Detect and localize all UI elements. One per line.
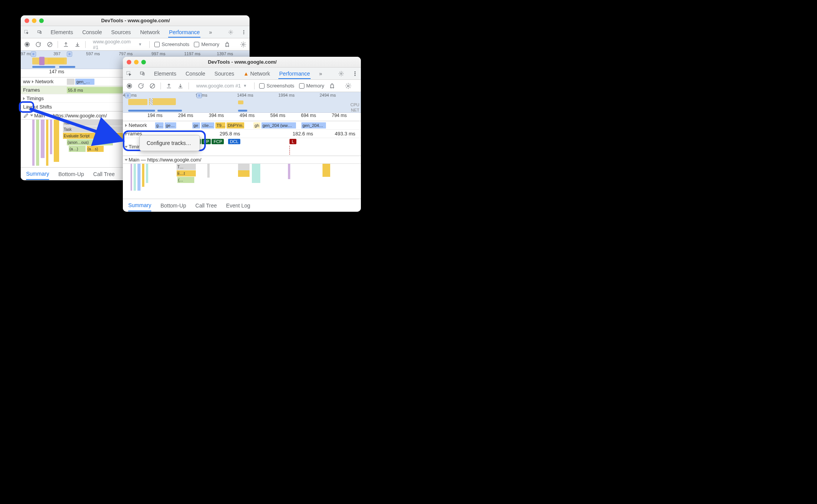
gear-icon[interactable]	[338, 70, 344, 77]
bottom-tab-calltree[interactable]: Call Tree	[195, 200, 217, 211]
bottom-tab-summary[interactable]: Summary	[128, 200, 151, 211]
garbage-icon[interactable]	[329, 82, 336, 89]
bottom-tab-summary[interactable]: Summary	[26, 168, 49, 180]
svg-point-15	[354, 71, 355, 72]
svg-point-17	[354, 75, 355, 76]
clear-icon[interactable]	[149, 82, 156, 89]
close-icon[interactable]	[25, 18, 29, 23]
bottom-tab-calltree[interactable]: Call Tree	[93, 169, 115, 180]
capture-settings-icon[interactable]	[345, 82, 352, 89]
main-track-label: Main — https://www.google.com/	[129, 157, 201, 163]
garbage-icon[interactable]	[224, 41, 230, 48]
gear-icon[interactable]	[228, 29, 233, 36]
download-icon[interactable]	[177, 82, 184, 89]
network-row[interactable]: Network g… ge… ge clie… T9… DhPYm… gh ge…	[123, 121, 361, 130]
titlebar: DevTools - www.google.com/	[123, 57, 361, 68]
chevron-right-icon	[23, 97, 25, 100]
profile-select-label: www.google.com #1	[93, 39, 136, 50]
overview-ticks: 97 ms397 597 ms797 ms 997 ms1197 ms 1397…	[21, 51, 250, 56]
range-end-handle[interactable]: II	[67, 51, 72, 57]
device-icon[interactable]	[37, 29, 42, 36]
context-menu[interactable]: Configure tracks…	[139, 135, 200, 151]
svg-point-14	[341, 73, 342, 74]
time-ruler: 194 ms294 ms 394 ms494 ms 594 ms694 ms 7…	[123, 113, 361, 121]
screenshots-checkbox[interactable]: Screenshots	[259, 83, 294, 89]
warning-icon: ▲	[243, 71, 249, 77]
cpu-label: CPU	[351, 102, 359, 107]
panel-tabs: Elements Console Sources ▲Network Perfor…	[123, 68, 361, 80]
traffic-lights[interactable]	[127, 60, 146, 64]
range-start-handle[interactable]: II	[31, 51, 36, 57]
profile-select[interactable]: www.google.com #1▼	[90, 38, 145, 51]
record-icon[interactable]	[126, 82, 133, 89]
tab-console[interactable]: Console	[185, 68, 206, 79]
kebab-icon[interactable]	[241, 29, 246, 36]
zoom-icon[interactable]	[39, 18, 44, 23]
tabs-overflow[interactable]: »	[318, 68, 323, 79]
tracks-area: Network g… ge… ge clie… T9… DhPYm… gh ge…	[123, 121, 361, 199]
svg-point-16	[354, 73, 355, 74]
device-icon[interactable]	[139, 70, 145, 77]
tab-network[interactable]: Network	[139, 27, 160, 38]
record-icon[interactable]	[24, 41, 30, 48]
svg-point-6	[243, 33, 244, 34]
flame-chart[interactable]: T… E…t (…	[123, 164, 361, 197]
panel-tabs: Elements Console Sources Network Perform…	[21, 26, 250, 38]
tab-sources[interactable]: Sources	[214, 68, 235, 79]
inspect-icon[interactable]	[126, 70, 132, 77]
annotation-arrow	[27, 104, 131, 150]
bottom-tab-eventlog[interactable]: Event Log	[226, 200, 250, 211]
devtools-window-2: DevTools - www.google.com/ Elements Cons…	[123, 57, 361, 212]
reload-icon[interactable]	[137, 82, 144, 89]
chevron-right-icon	[32, 80, 34, 83]
tab-performance[interactable]: Performance	[168, 27, 200, 38]
svg-point-19	[128, 85, 131, 87]
tab-elements[interactable]: Elements	[153, 68, 177, 79]
tab-performance[interactable]: Performance	[278, 68, 311, 79]
reload-icon[interactable]	[35, 41, 41, 48]
memory-checkbox[interactable]: Memory	[299, 83, 324, 89]
tab-console[interactable]: Console	[81, 27, 103, 38]
upload-icon[interactable]	[63, 41, 69, 48]
tab-network[interactable]: ▲Network	[243, 68, 271, 79]
titlebar: DevTools - www.google.com/	[21, 15, 250, 26]
chevron-down-icon	[125, 159, 128, 161]
profile-select-label: www.google.com #1	[196, 83, 241, 89]
svg-point-3	[230, 31, 231, 33]
bottom-tabs: Summary Bottom-Up Call Tree Event Log	[123, 199, 361, 212]
tabs-overflow[interactable]: »	[208, 27, 213, 38]
screenshots-checkbox[interactable]: Screenshots	[154, 41, 189, 47]
range-end-handle[interactable]: II	[197, 93, 202, 98]
net-label: NET	[351, 108, 359, 112]
bottom-tab-bottomup[interactable]: Bottom-Up	[58, 169, 84, 180]
kebab-icon[interactable]	[352, 70, 358, 77]
overview-ticks: 494 ms 94 ms 1494 ms 1994 ms 2494 ms	[123, 93, 361, 97]
clear-icon[interactable]	[46, 41, 53, 48]
capture-settings-icon[interactable]	[240, 41, 246, 48]
main-track-header[interactable]: Main — https://www.google.com/	[123, 156, 361, 164]
profile-select[interactable]: www.google.com #1▼	[194, 82, 250, 90]
inspect-icon[interactable]	[24, 29, 29, 36]
perf-toolbar: www.google.com #1▼ Screenshots Memory	[123, 80, 361, 92]
memory-checkbox[interactable]: Memory	[194, 41, 219, 47]
bottom-tab-bottomup[interactable]: Bottom-Up	[160, 200, 186, 211]
tab-elements[interactable]: Elements	[50, 27, 74, 38]
window-title: DevTools - www.google.com/	[149, 59, 336, 65]
upload-icon[interactable]	[165, 82, 172, 89]
zoom-icon[interactable]	[141, 60, 146, 64]
overview-timeline[interactable]: 494 ms 94 ms 1494 ms 1994 ms 2494 ms II …	[123, 92, 361, 113]
svg-point-8	[26, 43, 28, 46]
svg-line-22	[30, 109, 122, 140]
download-icon[interactable]	[74, 41, 81, 48]
window-title: DevTools - www.google.com/	[47, 18, 224, 23]
svg-point-5	[243, 32, 244, 33]
close-icon[interactable]	[127, 60, 131, 64]
traffic-lights[interactable]	[25, 18, 44, 23]
menu-item-configure-tracks[interactable]: Configure tracks…	[140, 138, 200, 148]
minimize-icon[interactable]	[134, 60, 139, 64]
svg-point-10	[242, 43, 244, 45]
range-start-handle[interactable]: II	[125, 93, 131, 98]
tab-sources[interactable]: Sources	[111, 27, 132, 38]
perf-toolbar: www.google.com #1▼ Screenshots Memory	[21, 38, 250, 51]
minimize-icon[interactable]	[32, 18, 36, 23]
